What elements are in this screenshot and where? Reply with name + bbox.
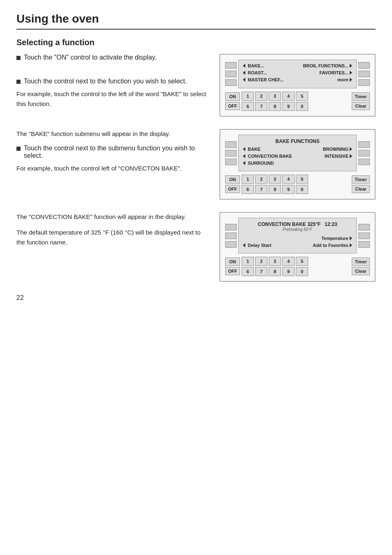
clear-button-1[interactable]: Clear — [352, 102, 370, 110]
num-0-2[interactable]: 0 — [296, 185, 308, 194]
menu-right-label-3b: Add to Favorites — [313, 243, 348, 248]
right-btn-1a[interactable] — [358, 62, 370, 69]
off-button-1[interactable]: OFF — [225, 102, 240, 110]
bullet-3: Touch the control next to the submenu fu… — [16, 145, 207, 159]
right-btn-3c[interactable] — [358, 241, 370, 248]
left-btn-1a[interactable] — [225, 62, 237, 69]
right-btn-1b[interactable] — [358, 71, 370, 77]
num-5-1[interactable]: 5 — [296, 92, 308, 101]
right-btn-1c[interactable] — [358, 79, 370, 86]
num-rows-1: 1 2 3 4 5 6 7 8 9 0 — [242, 92, 350, 111]
num-6-1[interactable]: 6 — [242, 102, 254, 111]
left-btn-1c[interactable] — [225, 79, 237, 86]
right-btn-3b[interactable] — [358, 233, 370, 239]
left-btn-3a[interactable] — [225, 224, 237, 230]
menu-right-2a: BROWNING — [323, 147, 352, 152]
timer-button-2[interactable]: Timer — [352, 175, 370, 184]
menu-right-label-3a: Temperature — [321, 236, 348, 241]
left-btn-2c[interactable] — [225, 159, 237, 165]
num-1-3[interactable]: 1 — [242, 257, 254, 266]
num-6-3[interactable]: 6 — [242, 267, 254, 276]
num-8-1[interactable]: 8 — [269, 102, 281, 111]
num-6-2[interactable]: 6 — [242, 185, 254, 194]
num-8-3[interactable]: 8 — [269, 267, 281, 276]
keypad-1: ON OFF 1 2 3 4 5 6 7 8 9 — [225, 92, 370, 111]
right-btn-2c[interactable] — [358, 159, 370, 165]
num-rows-2: 1 2 3 4 5 6 7 8 9 0 — [242, 175, 350, 194]
num-2-1[interactable]: 2 — [255, 92, 267, 101]
clear-button-2[interactable]: Clear — [352, 185, 370, 193]
num-row-3a: 1 2 3 4 5 — [242, 257, 350, 266]
num-0-3[interactable]: 0 — [296, 267, 308, 276]
right-btn-2a[interactable] — [358, 141, 370, 148]
left-btn-2b[interactable] — [225, 150, 237, 157]
screen-area-2: BAKE FUNCTIONS BAKE BROWNING CONVECTION … — [225, 135, 370, 171]
on-button-3[interactable]: ON — [225, 258, 240, 266]
keypad-3: ON OFF 1 2 3 4 5 6 7 8 9 — [225, 257, 370, 276]
timer-button-1[interactable]: Timer — [352, 92, 370, 101]
off-button-2[interactable]: OFF — [225, 185, 240, 193]
keypad-2: ON OFF 1 2 3 4 5 6 7 8 9 — [225, 175, 370, 194]
arrow-right-3b — [350, 243, 352, 247]
clear-button-3[interactable]: Clear — [352, 267, 370, 275]
menu-right-3b: Add to Favorites — [313, 243, 352, 248]
menu-right-label-1c: more — [337, 77, 348, 82]
timer-button-3[interactable]: Timer — [352, 258, 370, 266]
side-buttons-right-3 — [358, 224, 370, 248]
off-button-3[interactable]: OFF — [225, 267, 240, 275]
num-7-3[interactable]: 7 — [255, 267, 267, 276]
bullet-3-text: Touch the control next to the submenu fu… — [24, 145, 207, 159]
num-2-3[interactable]: 2 — [255, 257, 267, 266]
num-8-2[interactable]: 8 — [269, 185, 281, 194]
panel-1: BAKE... BROIL FUNCTIONS... ROAST... FAVO… — [219, 54, 376, 117]
on-button-2[interactable]: ON — [225, 175, 240, 184]
section-2: The "BAKE" function submenu will appear … — [16, 129, 376, 200]
menu-row-1b: ROAST... FAVORITES... — [243, 70, 352, 75]
arrow-right-2a — [350, 147, 352, 151]
on-off-col-3: ON OFF — [225, 258, 240, 275]
left-btn-1b[interactable] — [225, 71, 237, 77]
right-btn-2b[interactable] — [358, 150, 370, 157]
menu-item-3b: Delay Start — [248, 243, 271, 248]
timer-clear-col-3: Timer Clear — [352, 258, 370, 275]
num-row-1b: 6 7 8 9 0 — [242, 102, 350, 111]
num-7-2[interactable]: 7 — [255, 185, 267, 194]
num-9-2[interactable]: 9 — [282, 185, 295, 194]
right-btn-3a[interactable] — [358, 224, 370, 230]
section-3-text: The "CONVECTION BAKE" function will appe… — [16, 212, 207, 247]
num-9-1[interactable]: 9 — [282, 102, 295, 111]
num-3-3[interactable]: 3 — [269, 257, 281, 266]
page-number: 22 — [16, 294, 376, 302]
section-3: The "CONVECTION BAKE" function will appe… — [16, 212, 376, 282]
num-9-3[interactable]: 9 — [282, 267, 295, 276]
num-3-2[interactable]: 3 — [269, 175, 281, 184]
num-4-1[interactable]: 4 — [282, 92, 295, 101]
num-1-2[interactable]: 1 — [242, 175, 254, 184]
section1-para1: For example, touch the control to the le… — [16, 89, 207, 109]
left-btn-3b[interactable] — [225, 233, 237, 239]
num-7-1[interactable]: 7 — [255, 102, 267, 111]
bullet-square-3 — [16, 147, 21, 151]
menu-item-2a: BAKE — [248, 147, 261, 152]
menu-right-label-2b: INTENSIVE — [325, 154, 348, 159]
num-3-1[interactable]: 3 — [269, 92, 281, 101]
num-4-2[interactable]: 4 — [282, 175, 295, 184]
num-4-3[interactable]: 4 — [282, 257, 295, 266]
num-1-1[interactable]: 1 — [242, 92, 254, 101]
num-5-2[interactable]: 5 — [296, 175, 308, 184]
section2-para1: The "BAKE" function submenu will appear … — [16, 129, 207, 139]
left-btn-3c[interactable] — [225, 241, 237, 248]
side-buttons-right-1 — [358, 62, 370, 86]
side-buttons-left-1 — [225, 62, 237, 86]
left-btn-2a[interactable] — [225, 141, 237, 148]
arrow-right-3a — [350, 236, 352, 240]
on-off-col-2: ON OFF — [225, 175, 240, 193]
on-button-1[interactable]: ON — [225, 92, 240, 101]
oven-panel-3: CONVECTION BAKE 325°F 12:23 Preheating 6… — [219, 212, 376, 282]
num-row-3b: 6 7 8 9 0 — [242, 267, 350, 276]
num-2-2[interactable]: 2 — [255, 175, 267, 184]
menu-item-1a: BAKE... — [248, 63, 264, 68]
num-5-3[interactable]: 5 — [296, 257, 308, 266]
num-0-1[interactable]: 0 — [296, 102, 308, 111]
menu-right-1c: more — [337, 77, 352, 82]
